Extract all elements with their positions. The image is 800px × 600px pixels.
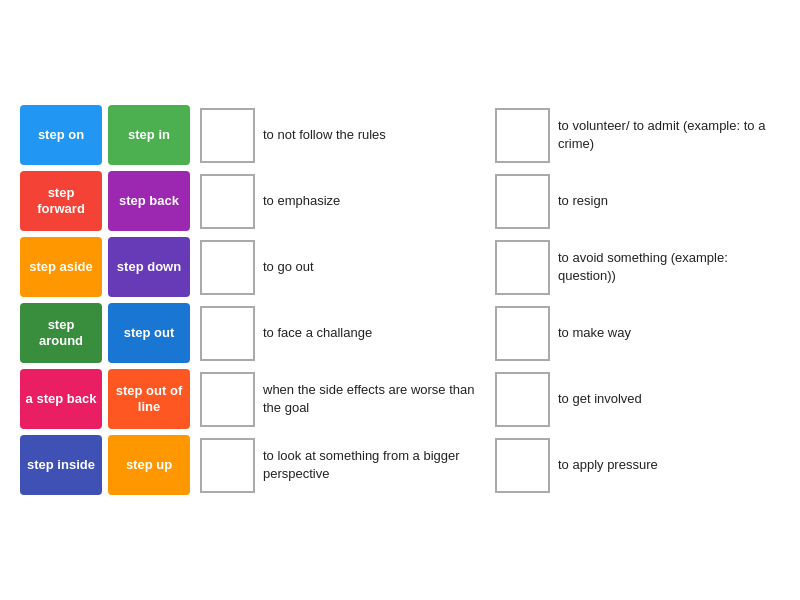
match-box-l6[interactable] <box>200 438 255 493</box>
match-box-r2[interactable] <box>495 174 550 229</box>
def-left-row-6: to look at something from a bigger persp… <box>200 435 485 495</box>
match-box-l2[interactable] <box>200 174 255 229</box>
def-left-text-2: to emphasize <box>263 192 485 210</box>
def-right-row-4: to make way <box>495 303 780 363</box>
definitions-left-col: to not follow the rules to emphasize to … <box>200 105 485 495</box>
match-box-r1[interactable] <box>495 108 550 163</box>
def-right-row-1: to volunteer/ to admit (example: to a cr… <box>495 105 780 165</box>
def-left-row-4: to face a challange <box>200 303 485 363</box>
def-left-text-5: when the side effects are worse than the… <box>263 381 485 417</box>
def-right-row-2: to resign <box>495 171 780 231</box>
phrase-step-back[interactable]: step back <box>108 171 190 231</box>
phrase-step-inside[interactable]: step inside <box>20 435 102 495</box>
def-left-row-2: to emphasize <box>200 171 485 231</box>
def-right-row-6: to apply pressure <box>495 435 780 495</box>
phrase-step-out-of-line[interactable]: step out of line <box>108 369 190 429</box>
match-box-l5[interactable] <box>200 372 255 427</box>
def-left-row-3: to go out <box>200 237 485 297</box>
match-box-l3[interactable] <box>200 240 255 295</box>
def-left-text-6: to look at something from a bigger persp… <box>263 447 485 483</box>
def-right-text-5: to get involved <box>558 390 780 408</box>
phrase-step-forward[interactable]: step forward <box>20 171 102 231</box>
definitions-right-col: to volunteer/ to admit (example: to a cr… <box>495 105 780 495</box>
match-box-r4[interactable] <box>495 306 550 361</box>
def-right-text-2: to resign <box>558 192 780 210</box>
match-box-r5[interactable] <box>495 372 550 427</box>
def-right-text-4: to make way <box>558 324 780 342</box>
def-left-text-3: to go out <box>263 258 485 276</box>
def-right-text-1: to volunteer/ to admit (example: to a cr… <box>558 117 780 153</box>
def-right-text-3: to avoid something (example: question)) <box>558 249 780 285</box>
phrase-step-in[interactable]: step in <box>108 105 190 165</box>
phrase-step-down[interactable]: step down <box>108 237 190 297</box>
main-container: step on step in step forward step back s… <box>0 85 800 515</box>
def-left-text-1: to not follow the rules <box>263 126 485 144</box>
match-box-r6[interactable] <box>495 438 550 493</box>
def-left-text-4: to face a challange <box>263 324 485 342</box>
phrase-step-aside[interactable]: step aside <box>20 237 102 297</box>
phrase-a-step-back[interactable]: a step back <box>20 369 102 429</box>
match-box-l4[interactable] <box>200 306 255 361</box>
def-left-row-1: to not follow the rules <box>200 105 485 165</box>
def-right-row-5: to get involved <box>495 369 780 429</box>
phrase-step-on[interactable]: step on <box>20 105 102 165</box>
match-box-r3[interactable] <box>495 240 550 295</box>
phrase-step-up[interactable]: step up <box>108 435 190 495</box>
def-left-row-5: when the side effects are worse than the… <box>200 369 485 429</box>
def-right-row-3: to avoid something (example: question)) <box>495 237 780 297</box>
def-right-text-6: to apply pressure <box>558 456 780 474</box>
phrase-step-around[interactable]: step around <box>20 303 102 363</box>
match-box-l1[interactable] <box>200 108 255 163</box>
phrases-grid: step on step in step forward step back s… <box>20 105 190 495</box>
phrase-step-out[interactable]: step out <box>108 303 190 363</box>
